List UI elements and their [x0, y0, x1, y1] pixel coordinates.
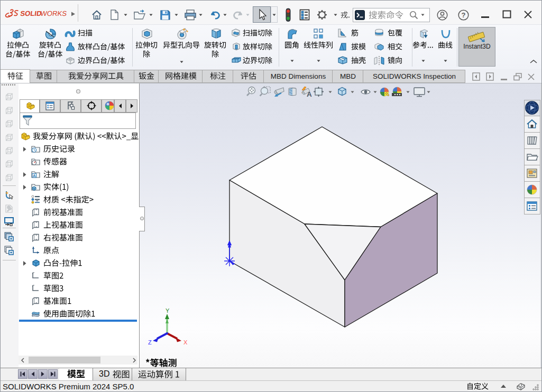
svg-text:Z: Z — [148, 339, 152, 346]
svg-text:?: ? — [462, 11, 466, 19]
svg-text:WORKS: WORKS — [40, 10, 67, 18]
svg-text:A: A — [307, 90, 312, 98]
svg-text:X: X — [183, 339, 188, 346]
svg-text:SOLID: SOLID — [20, 10, 42, 18]
svg-text:Y: Y — [166, 307, 170, 314]
svg-text:A: A — [33, 173, 36, 178]
